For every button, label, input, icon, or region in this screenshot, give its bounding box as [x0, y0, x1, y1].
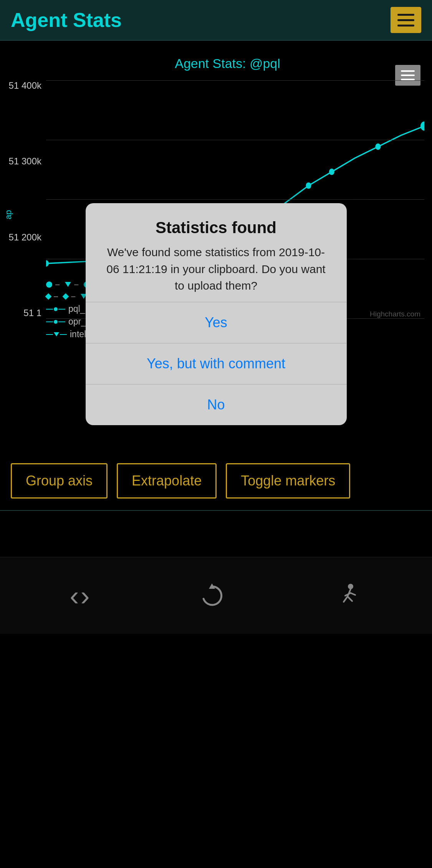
header-menu-button[interactable]	[391, 7, 421, 33]
hamburger-line-2	[397, 19, 414, 21]
chart-menu-button[interactable]	[395, 65, 420, 86]
svg-line-10	[344, 596, 348, 602]
toggle-markers-button[interactable]: Toggle markers	[226, 463, 350, 499]
run-icon	[334, 582, 362, 610]
svg-point-6	[420, 121, 424, 131]
y-label-1: 51 300k	[9, 156, 41, 167]
svg-line-11	[348, 596, 352, 601]
refresh-icon	[198, 582, 226, 610]
chart-hamburger-2	[401, 75, 415, 76]
modal-header: Statistics found We've found some statis…	[86, 203, 347, 302]
modal-title: Statistics found	[101, 219, 331, 237]
modal-overlay: Statistics found We've found some statis…	[0, 188, 432, 349]
extrapolate-button[interactable]: Extrapolate	[117, 463, 217, 499]
spacer	[0, 511, 432, 557]
grid-line-2	[46, 140, 424, 140]
back-icon: ‹	[70, 580, 79, 611]
forward-icon: ›	[80, 580, 89, 611]
svg-line-13	[351, 593, 355, 595]
chart-title: Agent Stats: @pql	[0, 56, 432, 71]
chart-title-highlight: @pql	[250, 56, 280, 71]
chart-title-text: Agent Stats:	[175, 56, 250, 71]
grid-line-1	[46, 80, 424, 81]
y-label-0: 51 400k	[9, 80, 41, 91]
svg-point-5	[375, 144, 381, 150]
hamburger-line-3	[397, 25, 414, 27]
group-axis-button[interactable]: Group axis	[11, 463, 108, 499]
statistics-modal: Statistics found We've found some statis…	[86, 203, 347, 425]
back-forward-nav[interactable]: ‹ ›	[70, 580, 90, 611]
app-title: Agent Stats	[11, 8, 122, 31]
hamburger-line-1	[397, 14, 414, 16]
app-header: Agent Stats	[0, 0, 432, 41]
chart-container: Agent Stats: @pql ap 51 400k 51 300k 51 …	[0, 41, 432, 448]
run-button[interactable]	[334, 582, 362, 610]
svg-point-4	[329, 169, 334, 175]
svg-point-8	[348, 584, 353, 589]
yes-button[interactable]: Yes	[86, 302, 347, 343]
no-button[interactable]: No	[86, 384, 347, 425]
chart-inner: ap 51 400k 51 300k 51 200k 51 1	[0, 80, 432, 349]
chart-hamburger-1	[401, 70, 415, 72]
bottom-buttons-area: Group axis Extrapolate Toggle markers	[0, 448, 432, 510]
yes-comment-button[interactable]: Yes, but with comment	[86, 343, 347, 384]
modal-message: We've found some statistics from 2019-10…	[101, 244, 331, 294]
bottom-nav: ‹ ›	[0, 557, 432, 634]
refresh-button[interactable]	[198, 582, 226, 610]
